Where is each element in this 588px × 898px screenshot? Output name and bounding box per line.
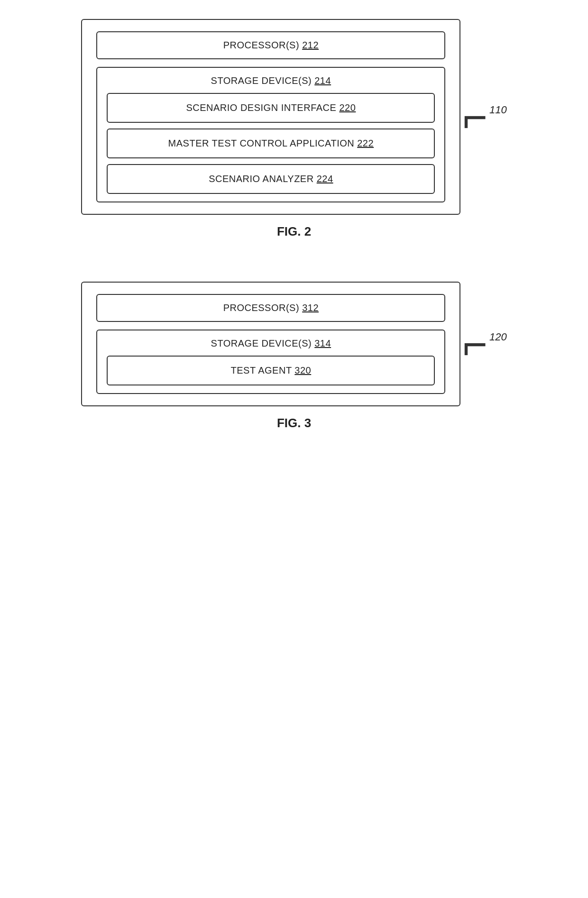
fig2-scenario-design-ref: 220 [339,102,356,113]
fig3-storage-box: STORAGE DEVICE(S) 314 TEST AGENT 320 [96,330,445,394]
fig3-storage-ref: 314 [314,338,331,348]
fig2-storage-label: STORAGE DEVICE(S) 214 [107,75,435,86]
fig2-outer-box: PROCESSOR(S) 212 STORAGE DEVICE(S) 214 S… [81,19,460,215]
fig2-master-test-label: MASTER TEST CONTROL APPLICATION 222 [168,138,374,148]
fig3-storage-label: STORAGE DEVICE(S) 314 [107,338,435,349]
fig3-test-agent-ref: 320 [294,365,311,376]
fig3-test-agent-label: TEST AGENT 320 [231,365,312,376]
fig2-scenario-analyzer-label: SCENARIO ANALYZER 224 [209,174,333,184]
fig2-storage-box: STORAGE DEVICE(S) 214 SCENARIO DESIGN IN… [96,67,445,202]
fig2-scenario-analyzer-ref: 224 [317,174,333,184]
fig2-processor-label: PROCESSOR(S) 212 [223,40,319,50]
fig3-section: PROCESSOR(S) 312 STORAGE DEVICE(S) 314 T… [28,282,560,454]
fig2-ref-num: 110 [489,104,507,116]
fig2-label: FIG. 2 [277,224,311,239]
fig2-master-test-box: MASTER TEST CONTROL APPLICATION 222 [107,128,435,158]
fig2-annotation: ⌐ 110 [462,96,506,138]
fig3-processor-box: PROCESSOR(S) 312 [96,294,445,322]
fig3-test-agent-box: TEST AGENT 320 [107,356,435,385]
fig2-scenario-design-box: SCENARIO DESIGN INTERFACE 220 [107,93,435,123]
fig2-processor-box: PROCESSOR(S) 212 [96,31,445,59]
fig3-annotation: ⌐ 120 [462,323,506,366]
fig3-outer-box: PROCESSOR(S) 312 STORAGE DEVICE(S) 314 T… [81,282,460,406]
fig2-brace-icon: ⌐ [462,96,487,138]
fig2-master-test-ref: 222 [357,138,374,148]
fig3-ref-num: 120 [489,331,507,343]
fig2-scenario-analyzer-box: SCENARIO ANALYZER 224 [107,164,435,194]
fig2-storage-ref: 214 [314,75,331,86]
fig3-label: FIG. 3 [277,416,311,431]
fig2-processor-ref: 212 [302,40,319,50]
fig2-scenario-design-label: SCENARIO DESIGN INTERFACE 220 [186,102,356,113]
fig3-processor-ref: 312 [302,302,319,313]
fig3-brace-icon: ⌐ [462,323,487,366]
fig2-section: PROCESSOR(S) 212 STORAGE DEVICE(S) 214 S… [28,19,560,263]
fig3-processor-label: PROCESSOR(S) 312 [223,302,319,313]
